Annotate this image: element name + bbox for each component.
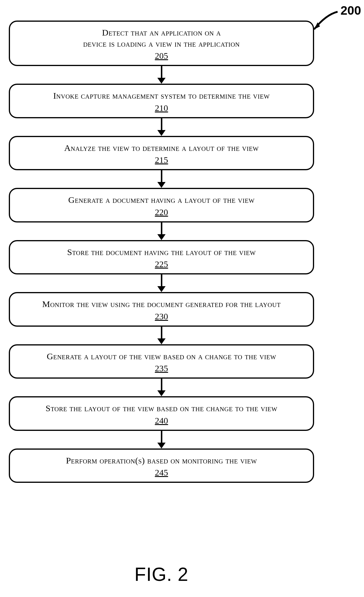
step-text: Store the document having the layout of … — [19, 247, 304, 258]
step-text: Invoke capture management system to dete… — [19, 90, 304, 101]
step-210: Invoke capture management system to dete… — [9, 84, 314, 118]
arrow-down-icon — [157, 274, 166, 292]
step-text: Generate a document having a layout of t… — [19, 194, 304, 205]
step-number: 230 — [19, 311, 304, 321]
step-205: Detect that an application on adevice is… — [9, 21, 314, 66]
step-245: Perform operation(s) based on monitoring… — [9, 448, 314, 483]
step-number: 220 — [19, 207, 304, 217]
flowchart-canvas: 200 Detect that an application on adevic… — [0, 0, 364, 597]
step-215: Analyze the view to determine a layout o… — [9, 136, 314, 171]
step-text: Detect that an application on adevice is… — [19, 27, 304, 49]
step-number: 205 — [19, 51, 304, 61]
figure-caption: FIG. 2 — [0, 564, 323, 585]
arrow-down-icon — [157, 170, 166, 188]
step-number: 225 — [19, 259, 304, 269]
step-text: Monitor the view using the document gene… — [19, 298, 304, 310]
step-number: 235 — [19, 363, 304, 373]
arrow-down-icon — [157, 118, 166, 136]
arrow-down-icon — [157, 379, 166, 396]
step-240: Store the layout of the view based on th… — [9, 396, 314, 431]
step-number: 245 — [19, 468, 304, 478]
step-number: 215 — [19, 155, 304, 165]
step-text: Store the layout of the view based on th… — [19, 403, 304, 414]
step-225: Store the document having the layout of … — [9, 240, 314, 275]
arrow-down-icon — [157, 327, 166, 344]
step-235: Generate a layout of the view based on a… — [9, 344, 314, 379]
arrow-down-icon — [157, 66, 166, 84]
arrow-down-icon — [157, 222, 166, 240]
flowchart-column: Detect that an application on adevice is… — [9, 21, 314, 483]
step-220: Generate a document having a layout of t… — [9, 188, 314, 222]
arrow-down-icon — [157, 431, 166, 448]
step-text: Perform operation(s) based on monitoring… — [19, 455, 304, 466]
step-number: 210 — [19, 103, 304, 113]
step-text: Analyze the view to determine a layout o… — [19, 142, 304, 154]
figure-reference-number: 200 — [341, 4, 361, 18]
step-text: Generate a layout of the view based on a… — [19, 351, 304, 362]
step-230: Monitor the view using the document gene… — [9, 292, 314, 327]
step-number: 240 — [19, 416, 304, 426]
